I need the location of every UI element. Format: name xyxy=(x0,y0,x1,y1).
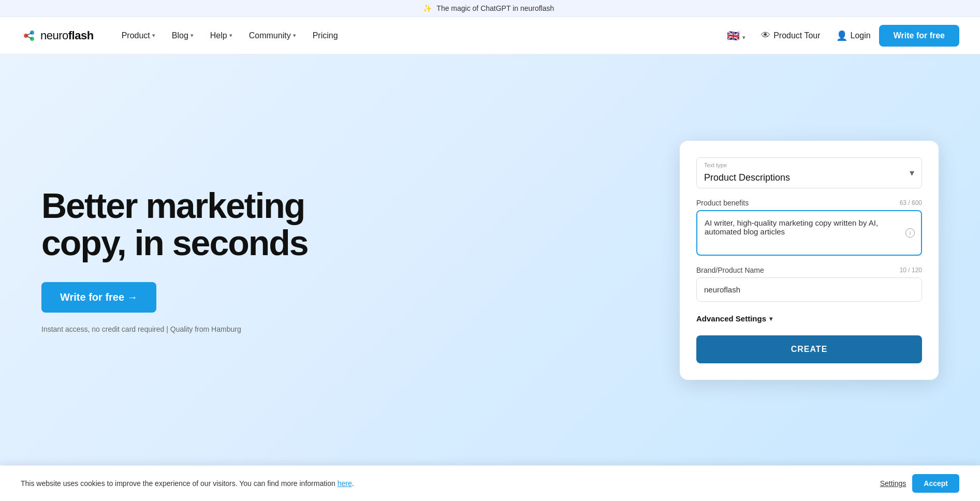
nav-links: Product ▾ Blog ▾ Help ▾ Community ▾ Pric… xyxy=(114,27,727,45)
product-benefits-textarea-wrapper: AI writer, high-quality marketing copy w… xyxy=(696,210,922,256)
product-benefits-label: Product benefits xyxy=(696,199,749,207)
nav-write-free-button[interactable]: Write for free xyxy=(879,25,959,47)
eye-icon: 👁 xyxy=(761,30,770,41)
text-type-group: Text type Product Descriptions Blog Arti… xyxy=(696,157,922,188)
brand-name-input-wrapper xyxy=(696,277,922,302)
advanced-settings-toggle[interactable]: Advanced Settings ▾ xyxy=(696,312,922,325)
product-benefits-group: Product benefits 63 / 600 AI writer, hig… xyxy=(696,199,922,256)
create-button[interactable]: CREATE xyxy=(696,335,922,363)
banner-text: The magic of ChatGPT in neuroflash xyxy=(436,4,554,12)
product-chevron-icon: ▾ xyxy=(152,32,155,39)
banner-icon: ✨ xyxy=(423,4,432,12)
hero-left: Better marketing copy, in seconds Write … xyxy=(41,187,352,333)
brand-name-counter: 10 / 120 xyxy=(900,267,922,274)
form-card: Text type Product Descriptions Blog Arti… xyxy=(680,141,939,380)
brand-name-input[interactable] xyxy=(697,278,922,301)
logo-icon xyxy=(21,27,37,44)
hero-write-free-button[interactable]: Write for free → xyxy=(41,282,156,313)
text-type-label: Text type xyxy=(704,162,727,168)
advanced-settings-label: Advanced Settings xyxy=(696,314,766,323)
cookie-banner: This website uses cookies to improve the… xyxy=(0,465,980,466)
advanced-chevron-icon: ▾ xyxy=(769,315,772,322)
product-benefits-textarea[interactable]: AI writer, high-quality marketing copy w… xyxy=(697,211,921,253)
nav-product-tour[interactable]: 👁 Product Tour xyxy=(754,26,827,45)
user-icon: 👤 xyxy=(836,30,847,41)
hero-section: Better marketing copy, in seconds Write … xyxy=(0,54,980,466)
text-type-select[interactable]: Product Descriptions Blog Articles Socia… xyxy=(697,158,922,188)
community-chevron-icon: ▾ xyxy=(293,32,296,39)
text-type-select-wrapper: Text type Product Descriptions Blog Arti… xyxy=(696,157,922,188)
hero-title: Better marketing copy, in seconds xyxy=(41,187,331,261)
top-banner: ✨ The magic of ChatGPT in neuroflash xyxy=(0,0,980,17)
nav-item-pricing[interactable]: Pricing xyxy=(305,27,345,45)
product-benefits-counter: 63 / 600 xyxy=(900,199,922,207)
language-flag[interactable]: 🇬🇧 ▾ xyxy=(727,30,746,42)
help-chevron-icon: ▾ xyxy=(229,32,232,39)
hero-subtext: Instant access, no credit card required … xyxy=(41,325,331,333)
brand-name-label: Brand/Product Name xyxy=(696,266,764,274)
info-icon[interactable]: i xyxy=(905,228,915,238)
nav-item-help[interactable]: Help ▾ xyxy=(203,27,240,45)
blog-chevron-icon: ▾ xyxy=(191,32,194,39)
brand-name-header: Brand/Product Name 10 / 120 xyxy=(696,266,922,274)
product-benefits-header: Product benefits 63 / 600 xyxy=(696,199,922,207)
logo-text: neuroflash xyxy=(40,29,94,42)
brand-name-group: Brand/Product Name 10 / 120 xyxy=(696,266,922,302)
nav-item-community[interactable]: Community ▾ xyxy=(242,27,303,45)
nav-item-blog[interactable]: Blog ▾ xyxy=(165,27,201,45)
nav-login[interactable]: 👤 Login xyxy=(836,30,871,41)
logo-link[interactable]: neuroflash xyxy=(21,27,94,44)
navbar: neuroflash Product ▾ Blog ▾ Help ▾ Commu… xyxy=(0,17,980,54)
nav-item-product[interactable]: Product ▾ xyxy=(114,27,163,45)
svg-rect-0 xyxy=(21,27,37,44)
nav-right: 🇬🇧 ▾ 👁 Product Tour 👤 Login Write for fr… xyxy=(727,25,959,47)
hero-right: Text type Product Descriptions Blog Arti… xyxy=(352,141,939,380)
